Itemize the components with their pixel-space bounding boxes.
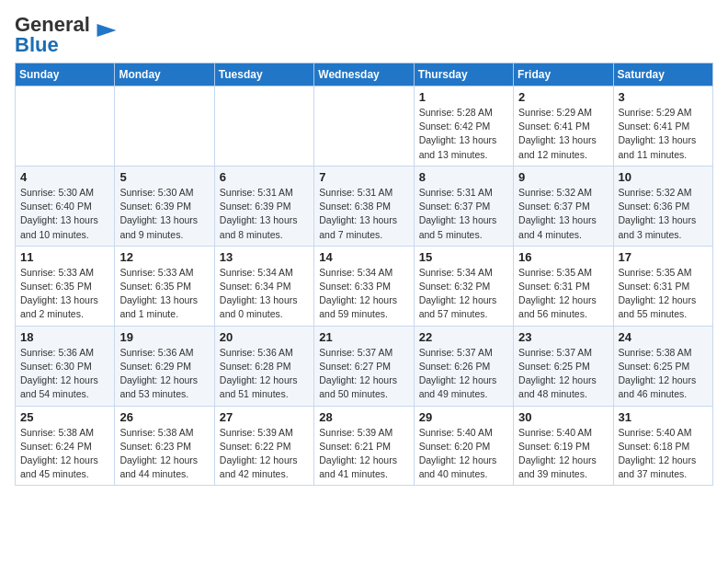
calendar-day-cell: 10Sunrise: 5:32 AMSunset: 6:36 PMDayligh… xyxy=(613,166,712,246)
day-info: Sunrise: 5:40 AMSunset: 6:18 PMDaylight:… xyxy=(619,426,708,482)
day-number: 30 xyxy=(518,410,608,424)
calendar-day-cell: 23Sunrise: 5:37 AMSunset: 6:25 PMDayligh… xyxy=(514,326,613,406)
day-number: 6 xyxy=(220,170,309,184)
calendar-day-cell: 6Sunrise: 5:31 AMSunset: 6:39 PMDaylight… xyxy=(214,166,313,246)
day-info: Sunrise: 5:38 AMSunset: 6:23 PMDaylight:… xyxy=(119,426,209,482)
day-info: Sunrise: 5:37 AMSunset: 6:26 PMDaylight:… xyxy=(419,346,508,402)
calendar-day-cell: 20Sunrise: 5:36 AMSunset: 6:28 PMDayligh… xyxy=(214,326,313,406)
day-info: Sunrise: 5:31 AMSunset: 6:39 PMDaylight:… xyxy=(220,186,309,242)
calendar-header-friday: Friday xyxy=(514,63,613,86)
day-info: Sunrise: 5:29 AMSunset: 6:41 PMDaylight:… xyxy=(619,106,708,162)
calendar-week-row: 4Sunrise: 5:30 AMSunset: 6:40 PMDaylight… xyxy=(16,166,713,246)
calendar-day-cell: 27Sunrise: 5:39 AMSunset: 6:22 PMDayligh… xyxy=(214,406,313,486)
day-info: Sunrise: 5:37 AMSunset: 6:27 PMDaylight:… xyxy=(319,346,408,402)
day-number: 16 xyxy=(518,250,608,264)
day-number: 3 xyxy=(619,90,708,104)
calendar-day-cell: 11Sunrise: 5:33 AMSunset: 6:35 PMDayligh… xyxy=(16,246,115,326)
calendar-day-cell: 7Sunrise: 5:31 AMSunset: 6:38 PMDaylight… xyxy=(314,166,414,246)
calendar-day-cell: 30Sunrise: 5:40 AMSunset: 6:19 PMDayligh… xyxy=(514,406,613,486)
calendar-day-cell: 1Sunrise: 5:28 AMSunset: 6:42 PMDaylight… xyxy=(414,86,513,167)
day-info: Sunrise: 5:34 AMSunset: 6:32 PMDaylight:… xyxy=(419,266,508,322)
calendar-day-cell: 31Sunrise: 5:40 AMSunset: 6:18 PMDayligh… xyxy=(613,406,712,486)
day-number: 5 xyxy=(119,170,209,184)
calendar-day-cell xyxy=(214,86,313,167)
calendar-day-cell: 26Sunrise: 5:38 AMSunset: 6:23 PMDayligh… xyxy=(115,406,214,486)
calendar-week-row: 18Sunrise: 5:36 AMSunset: 6:30 PMDayligh… xyxy=(16,326,713,406)
day-number: 4 xyxy=(20,170,109,184)
calendar-day-cell: 25Sunrise: 5:38 AMSunset: 6:24 PMDayligh… xyxy=(16,406,115,486)
calendar-header-sunday: Sunday xyxy=(16,63,115,86)
day-info: Sunrise: 5:35 AMSunset: 6:31 PMDaylight:… xyxy=(518,266,608,322)
calendar-week-row: 1Sunrise: 5:28 AMSunset: 6:42 PMDaylight… xyxy=(16,86,713,167)
calendar-day-cell: 12Sunrise: 5:33 AMSunset: 6:35 PMDayligh… xyxy=(115,246,214,326)
day-info: Sunrise: 5:35 AMSunset: 6:31 PMDaylight:… xyxy=(619,266,708,322)
day-info: Sunrise: 5:37 AMSunset: 6:25 PMDaylight:… xyxy=(518,346,608,402)
day-number: 26 xyxy=(119,410,209,424)
day-number: 28 xyxy=(319,410,408,424)
logo-text: GeneralBlue xyxy=(15,15,90,55)
day-info: Sunrise: 5:30 AMSunset: 6:39 PMDaylight:… xyxy=(119,186,209,242)
day-number: 22 xyxy=(419,330,508,344)
day-info: Sunrise: 5:39 AMSunset: 6:21 PMDaylight:… xyxy=(319,426,408,482)
calendar-day-cell: 24Sunrise: 5:38 AMSunset: 6:25 PMDayligh… xyxy=(613,326,712,406)
day-number: 25 xyxy=(20,410,109,424)
day-info: Sunrise: 5:28 AMSunset: 6:42 PMDaylight:… xyxy=(419,106,508,162)
day-number: 7 xyxy=(319,170,408,184)
header: GeneralBlue xyxy=(15,15,713,55)
day-info: Sunrise: 5:38 AMSunset: 6:24 PMDaylight:… xyxy=(20,426,109,482)
calendar-week-row: 25Sunrise: 5:38 AMSunset: 6:24 PMDayligh… xyxy=(16,406,713,486)
day-number: 15 xyxy=(419,250,508,264)
day-number: 20 xyxy=(220,330,309,344)
day-number: 21 xyxy=(319,330,408,344)
calendar-day-cell xyxy=(115,86,214,167)
day-number: 10 xyxy=(619,170,708,184)
day-info: Sunrise: 5:36 AMSunset: 6:29 PMDaylight:… xyxy=(119,346,209,402)
calendar-header-monday: Monday xyxy=(115,63,214,86)
calendar-header-wednesday: Wednesday xyxy=(314,63,414,86)
day-info: Sunrise: 5:40 AMSunset: 6:20 PMDaylight:… xyxy=(419,426,508,482)
calendar-table: SundayMondayTuesdayWednesdayThursdayFrid… xyxy=(15,63,713,486)
day-number: 8 xyxy=(419,170,508,184)
day-number: 1 xyxy=(419,90,508,104)
calendar-day-cell: 21Sunrise: 5:37 AMSunset: 6:27 PMDayligh… xyxy=(314,326,414,406)
day-number: 9 xyxy=(518,170,608,184)
day-info: Sunrise: 5:40 AMSunset: 6:19 PMDaylight:… xyxy=(518,426,608,482)
calendar-header-saturday: Saturday xyxy=(613,63,712,86)
day-number: 17 xyxy=(619,250,708,264)
calendar-day-cell: 18Sunrise: 5:36 AMSunset: 6:30 PMDayligh… xyxy=(16,326,115,406)
calendar-day-cell: 22Sunrise: 5:37 AMSunset: 6:26 PMDayligh… xyxy=(414,326,513,406)
svg-marker-0 xyxy=(97,24,116,37)
logo: GeneralBlue xyxy=(15,15,119,55)
day-info: Sunrise: 5:32 AMSunset: 6:37 PMDaylight:… xyxy=(518,186,608,242)
day-info: Sunrise: 5:33 AMSunset: 6:35 PMDaylight:… xyxy=(20,266,109,322)
calendar-day-cell xyxy=(16,86,115,167)
day-number: 11 xyxy=(20,250,109,264)
day-info: Sunrise: 5:29 AMSunset: 6:41 PMDaylight:… xyxy=(518,106,608,162)
day-number: 12 xyxy=(119,250,209,264)
day-number: 18 xyxy=(20,330,109,344)
calendar-day-cell: 15Sunrise: 5:34 AMSunset: 6:32 PMDayligh… xyxy=(414,246,513,326)
calendar-day-cell: 5Sunrise: 5:30 AMSunset: 6:39 PMDaylight… xyxy=(115,166,214,246)
calendar-header-thursday: Thursday xyxy=(414,63,513,86)
calendar-day-cell: 9Sunrise: 5:32 AMSunset: 6:37 PMDaylight… xyxy=(514,166,613,246)
day-number: 14 xyxy=(319,250,408,264)
calendar-day-cell: 3Sunrise: 5:29 AMSunset: 6:41 PMDaylight… xyxy=(613,86,712,167)
calendar-day-cell: 29Sunrise: 5:40 AMSunset: 6:20 PMDayligh… xyxy=(414,406,513,486)
day-info: Sunrise: 5:33 AMSunset: 6:35 PMDaylight:… xyxy=(119,266,209,322)
day-number: 31 xyxy=(619,410,708,424)
day-info: Sunrise: 5:34 AMSunset: 6:34 PMDaylight:… xyxy=(220,266,309,322)
calendar-day-cell: 14Sunrise: 5:34 AMSunset: 6:33 PMDayligh… xyxy=(314,246,414,326)
logo-icon xyxy=(94,24,119,37)
day-number: 13 xyxy=(220,250,309,264)
day-info: Sunrise: 5:39 AMSunset: 6:22 PMDaylight:… xyxy=(220,426,309,482)
day-number: 24 xyxy=(619,330,708,344)
day-number: 27 xyxy=(220,410,309,424)
calendar-header-row: SundayMondayTuesdayWednesdayThursdayFrid… xyxy=(16,63,713,86)
day-info: Sunrise: 5:32 AMSunset: 6:36 PMDaylight:… xyxy=(619,186,708,242)
day-number: 2 xyxy=(518,90,608,104)
calendar-day-cell: 8Sunrise: 5:31 AMSunset: 6:37 PMDaylight… xyxy=(414,166,513,246)
calendar-day-cell: 16Sunrise: 5:35 AMSunset: 6:31 PMDayligh… xyxy=(514,246,613,326)
day-info: Sunrise: 5:30 AMSunset: 6:40 PMDaylight:… xyxy=(20,186,109,242)
day-info: Sunrise: 5:38 AMSunset: 6:25 PMDaylight:… xyxy=(619,346,708,402)
day-info: Sunrise: 5:36 AMSunset: 6:30 PMDaylight:… xyxy=(20,346,109,402)
